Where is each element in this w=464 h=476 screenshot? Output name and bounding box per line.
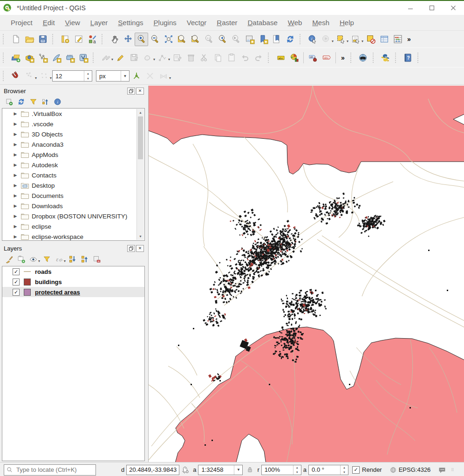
menu-project[interactable]: Project <box>6 17 38 28</box>
toolbar-grip[interactable] <box>52 34 57 44</box>
toolbar-overflow-button[interactable]: » <box>407 35 411 43</box>
filter-browser-button[interactable] <box>27 95 39 108</box>
menu-vector[interactable]: Vector <box>182 17 212 28</box>
browser-item-downloads[interactable]: ▶Downloads <box>2 201 144 211</box>
chevron-down-icon[interactable]: ▼ <box>234 465 242 475</box>
scale-combo[interactable]: 1:32458 ▼ <box>198 465 243 475</box>
layer-row-roads[interactable]: ✓roads <box>2 266 144 277</box>
paste-features-button[interactable] <box>225 51 238 64</box>
add-group-button[interactable] <box>15 253 27 265</box>
expand-caret-icon[interactable]: ▶ <box>13 163 18 167</box>
chevron-down-icon[interactable]: ▼ <box>121 71 129 81</box>
open-project-button[interactable] <box>22 33 36 46</box>
dropdown-caret-icon[interactable]: ▾ <box>168 57 170 61</box>
layer-label[interactable]: protected areas <box>35 289 80 296</box>
zoom-out-button[interactable] <box>148 33 162 46</box>
magnifier-spin[interactable]: 100% ▲▼ <box>261 465 301 475</box>
remove-layer-button[interactable] <box>90 253 102 265</box>
layer-labeling-options-button[interactable]: abc <box>274 51 287 64</box>
add-feature-button[interactable] <box>141 51 154 64</box>
new-print-layout-button[interactable] <box>58 33 72 46</box>
extents-tracking-icon[interactable] <box>181 466 189 474</box>
dropdown-caret-icon[interactable]: ▾ <box>347 39 348 43</box>
crs-indicator[interactable]: EPSG:4326 <box>399 466 431 473</box>
browser-scrollbar-thumb[interactable] <box>138 116 143 159</box>
enable-properties-widget-button[interactable]: i <box>51 95 63 108</box>
dropdown-caret-icon[interactable]: ▾ <box>50 76 52 80</box>
spin-up-icon[interactable]: ▲ <box>84 71 92 76</box>
undo-button[interactable] <box>238 51 252 64</box>
menu-view[interactable]: View <box>60 17 85 28</box>
menu-settings[interactable]: Settings <box>113 17 148 28</box>
spin-down-icon[interactable]: ▼ <box>341 470 348 475</box>
add-selected-layers-button[interactable] <box>3 95 15 108</box>
modify-attributes-button[interactable] <box>171 51 184 64</box>
menu-edit[interactable]: Edit <box>38 17 60 28</box>
toolbar-grip[interactable] <box>93 53 97 63</box>
dropdown-caret-icon[interactable]: ▾ <box>111 57 113 61</box>
snapping-type-button[interactable] <box>22 69 36 83</box>
open-attribute-table-button[interactable] <box>377 33 391 46</box>
render-checkbox[interactable]: ✓ <box>352 466 360 474</box>
cut-features-button[interactable] <box>198 51 211 64</box>
open-layer-styling-button[interactable] <box>3 253 15 265</box>
new-spatial-bookmark-button[interactable] <box>256 33 270 46</box>
menu-web[interactable]: Web <box>283 17 307 28</box>
toolbar-overflow-button[interactable]: » <box>341 54 345 61</box>
menu-plugins[interactable]: Plugins <box>149 17 182 28</box>
coordinate-field[interactable]: 20.4849,-33.9843 <box>126 465 179 475</box>
statistical-summary-button[interactable] <box>391 33 404 46</box>
minimize-button[interactable] <box>400 1 421 15</box>
locator-input[interactable] <box>15 466 92 474</box>
browser-item-documents[interactable]: ▶Documents <box>2 190 144 201</box>
expand-caret-icon[interactable]: ▶ <box>13 214 18 218</box>
metasearch-button[interactable] <box>356 51 370 64</box>
window-resize-grip[interactable]: ⠿ <box>451 468 455 472</box>
locator-search[interactable] <box>4 464 96 476</box>
browser-item-desktop[interactable]: ▶Desktop <box>2 180 144 190</box>
expand-caret-icon[interactable]: ▶ <box>13 152 18 157</box>
menu-layer[interactable]: Layer <box>85 17 113 28</box>
snapping-tolerance-input[interactable]: 12▲▼ <box>52 70 92 82</box>
layer-visibility-checkbox[interactable]: ✓ <box>13 279 20 286</box>
spin-up-icon[interactable]: ▲ <box>293 465 301 470</box>
pin-unpin-labels-button[interactable]: ab <box>306 51 320 64</box>
toolbar-grip[interactable] <box>102 34 106 44</box>
toolbar-grip[interactable] <box>3 53 7 63</box>
dropdown-caret-icon[interactable]: ▾ <box>64 259 66 263</box>
browser-item--vscode[interactable]: ▶.vscode <box>2 119 144 129</box>
copy-features-button[interactable] <box>211 51 225 64</box>
zoom-full-button[interactable] <box>162 33 175 46</box>
layer-row-protected-areas[interactable]: ✓protected areas <box>2 287 144 297</box>
browser-item-dropbox-boston-university-[interactable]: ▶Dropbox (BOSTON UNIVERSITY) <box>2 211 144 221</box>
zoom-to-selection-button[interactable] <box>189 33 202 46</box>
maximize-button[interactable] <box>421 1 443 15</box>
layer-visibility-checkbox[interactable]: ✓ <box>13 289 20 296</box>
browser-item-eclipse-workspace[interactable]: ▶eclipse-workspace <box>2 231 144 241</box>
enable-snapping-button[interactable] <box>9 69 22 83</box>
filter-legend-button[interactable] <box>41 253 53 265</box>
zoom-in-button[interactable] <box>135 33 148 46</box>
new-mesh-layer-button[interactable] <box>76 51 90 64</box>
browser-float-icon[interactable] <box>127 88 135 95</box>
menu-database[interactable]: Database <box>243 17 283 28</box>
expand-caret-icon[interactable]: ▶ <box>13 224 18 229</box>
expand-caret-icon[interactable]: ▶ <box>13 193 18 198</box>
browser-close-icon[interactable]: ✕ <box>136 88 144 95</box>
filter-legend-by-expression-button[interactable]: ε <box>53 253 65 265</box>
new-virtual-layer-button[interactable] <box>63 51 76 64</box>
browser-item-autodesk[interactable]: ▶Autodesk <box>2 160 144 170</box>
open-data-source-manager-button[interactable] <box>9 51 22 64</box>
toolbar-grip[interactable] <box>3 34 7 44</box>
dropdown-caret-icon[interactable]: ▾ <box>362 39 363 43</box>
collapse-all-button[interactable] <box>39 95 51 108</box>
toolbar-grip[interactable] <box>373 53 377 63</box>
messages-bubble-icon[interactable] <box>438 466 446 474</box>
help-contents-button[interactable]: ? <box>401 51 415 64</box>
toolbar-grip[interactable] <box>417 53 422 63</box>
pan-to-selection-button[interactable] <box>121 33 135 46</box>
snapping-unit-select[interactable]: px▼ <box>96 70 130 82</box>
expand-caret-icon[interactable]: ▶ <box>13 132 18 136</box>
expand-caret-icon[interactable]: ▶ <box>13 142 18 147</box>
run-feature-action-button[interactable] <box>319 33 333 46</box>
